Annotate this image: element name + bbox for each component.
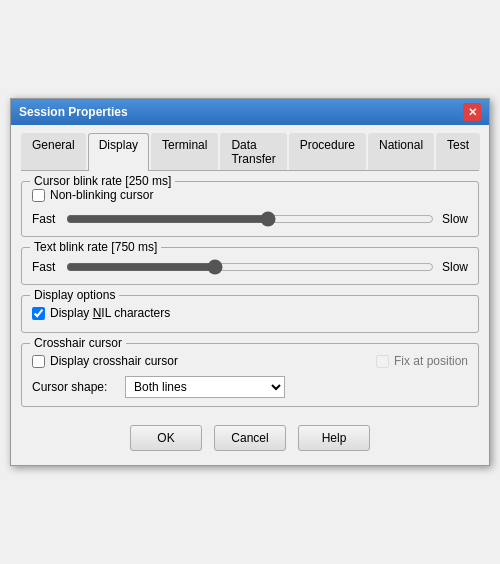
text-blink-slow-label: Slow <box>440 260 468 274</box>
display-options-group: Display options Display NIL characters <box>21 295 479 333</box>
text-blink-fast-label: Fast <box>32 260 60 274</box>
cursor-blink-fast-label: Fast <box>32 212 60 226</box>
cancel-button[interactable]: Cancel <box>214 425 286 451</box>
tab-national[interactable]: National <box>368 133 434 170</box>
close-button[interactable]: ✕ <box>463 103 481 121</box>
cursor-blink-title: Cursor blink rate [250 ms] <box>30 174 175 188</box>
cursor-shape-label: Cursor shape: <box>32 380 117 394</box>
tab-terminal[interactable]: Terminal <box>151 133 218 170</box>
ok-button[interactable]: OK <box>130 425 202 451</box>
cursor-blink-slider[interactable] <box>66 210 434 228</box>
tab-procedure[interactable]: Procedure <box>289 133 366 170</box>
crosshair-label: Display crosshair cursor <box>50 354 178 368</box>
nil-chars-checkbox[interactable] <box>32 307 45 320</box>
crosshair-group: Crosshair cursor Display crosshair curso… <box>21 343 479 407</box>
tab-data-transfer[interactable]: Data Transfer <box>220 133 286 170</box>
text-blink-slider[interactable] <box>66 258 434 276</box>
cursor-blink-group: Cursor blink rate [250 ms] Non-blinking … <box>21 181 479 237</box>
crosshair-top-row: Display crosshair cursor Fix at position <box>32 354 468 368</box>
cursor-blink-slow-label: Slow <box>440 212 468 226</box>
crosshair-title: Crosshair cursor <box>30 336 126 350</box>
help-button[interactable]: Help <box>298 425 370 451</box>
content-area: General Display Terminal Data Transfer P… <box>11 125 489 465</box>
nil-chars-label: Display NIL characters <box>50 306 170 320</box>
title-bar: Session Properties ✕ <box>11 99 489 125</box>
text-blink-slider-row: Fast Slow <box>32 258 468 276</box>
fix-at-position-row: Fix at position <box>376 354 468 368</box>
text-blink-group: Text blink rate [750 ms] Fast Slow <box>21 247 479 285</box>
tab-bar: General Display Terminal Data Transfer P… <box>21 133 479 171</box>
fix-position-checkbox[interactable] <box>376 355 389 368</box>
non-blinking-label: Non-blinking cursor <box>50 188 153 202</box>
session-properties-window: Session Properties ✕ General Display Ter… <box>10 98 490 466</box>
text-blink-title: Text blink rate [750 ms] <box>30 240 161 254</box>
cursor-blink-slider-row: Fast Slow <box>32 210 468 228</box>
display-crosshair-left: Display crosshair cursor <box>32 354 178 368</box>
nil-chars-row: Display NIL characters <box>32 306 468 320</box>
tab-test[interactable]: Test <box>436 133 480 170</box>
display-options-title: Display options <box>30 288 119 302</box>
fix-position-label: Fix at position <box>394 354 468 368</box>
cursor-shape-row: Cursor shape: Both lines Horizontal line… <box>32 376 468 398</box>
cursor-shape-select[interactable]: Both lines Horizontal line Vertical line… <box>125 376 285 398</box>
buttons-row: OK Cancel Help <box>21 417 479 455</box>
non-blinking-checkbox[interactable] <box>32 189 45 202</box>
tab-general[interactable]: General <box>21 133 86 170</box>
tab-display[interactable]: Display <box>88 133 149 171</box>
non-blinking-row: Non-blinking cursor <box>32 188 468 202</box>
crosshair-checkbox[interactable] <box>32 355 45 368</box>
window-title: Session Properties <box>19 105 128 119</box>
